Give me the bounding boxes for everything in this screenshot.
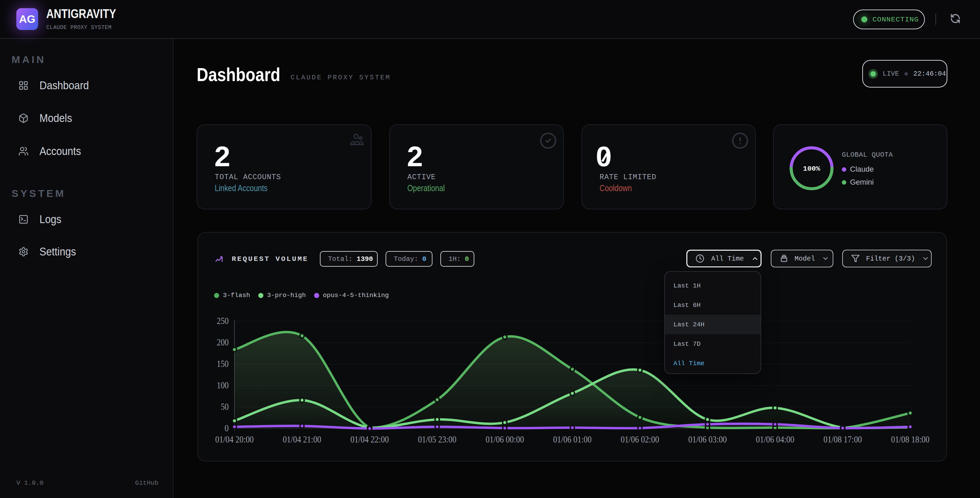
svg-text:01/04 21:00: 01/04 21:00 [283,434,321,445]
svg-text:100%: 100% [803,165,821,173]
svg-text:250: 250 [217,315,229,326]
svg-text:01/06 02:00: 01/06 02:00 [620,434,659,445]
svg-text:01/06 04:00: 01/06 04:00 [756,434,794,445]
svg-text:0: 0 [224,423,229,433]
svg-text:01/04 20:00: 01/04 20:00 [215,434,254,445]
svg-text:01/08 17:00: 01/08 17:00 [824,434,862,445]
svg-text:01/06 03:00: 01/06 03:00 [688,434,727,445]
svg-text:01/04 22:00: 01/04 22:00 [350,434,389,445]
svg-text:200: 200 [217,337,229,348]
svg-text:01/06 00:00: 01/06 00:00 [485,434,524,445]
svg-text:01/08 18:00: 01/08 18:00 [891,434,930,445]
svg-text:01/06 01:00: 01/06 01:00 [553,434,592,445]
svg-text:100: 100 [217,380,229,390]
svg-text:01/05 23:00: 01/05 23:00 [418,434,456,445]
svg-text:50: 50 [221,401,229,412]
svg-text:150: 150 [217,358,229,369]
